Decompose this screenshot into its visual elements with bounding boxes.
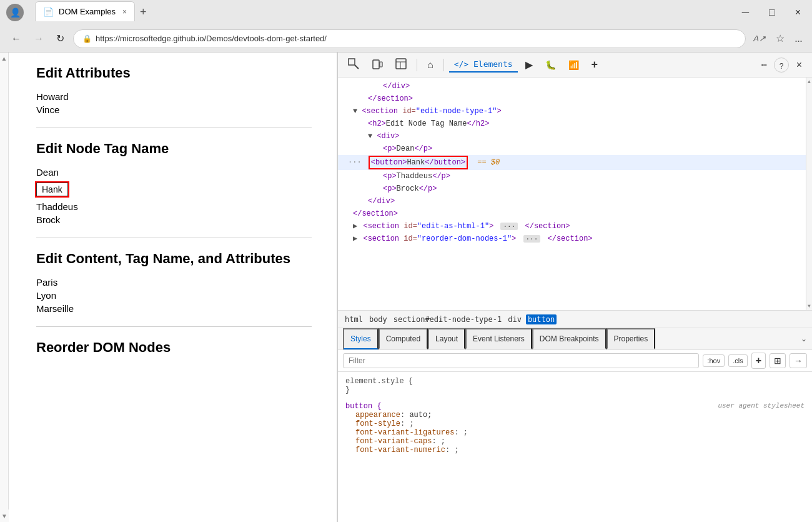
tab-elements[interactable]: </> Elements bbox=[449, 57, 518, 73]
equals-sign: == $0 bbox=[477, 158, 500, 167]
tab-styles[interactable]: Styles bbox=[343, 328, 379, 349]
add-style-button[interactable]: + bbox=[751, 353, 766, 369]
inspect-element-button[interactable] bbox=[343, 54, 364, 76]
active-tab[interactable]: 📄 DOM Examples × bbox=[35, 1, 135, 21]
section-title-1: Edit Attributes bbox=[36, 65, 312, 81]
breadcrumb-bar: html body section#edit-node-type-1 div b… bbox=[338, 311, 812, 328]
tab-debug[interactable]: 🐛 bbox=[540, 56, 561, 74]
more-options-button[interactable]: ... bbox=[792, 29, 805, 48]
dom-attr-name: id= bbox=[402, 107, 416, 116]
devtools-more-button[interactable]: ··· bbox=[756, 54, 771, 75]
style-rule-button: button { user agent stylesheet appearanc… bbox=[345, 402, 805, 454]
tab-computed[interactable]: Computed bbox=[379, 328, 428, 349]
section-reorder: Reorder DOM Nodes bbox=[36, 339, 312, 356]
toggle-button[interactable]: ⊞ bbox=[770, 353, 786, 368]
scroll-down-arrow[interactable]: ▼ bbox=[1, 513, 7, 519]
prop-name: font-style bbox=[355, 419, 400, 428]
cls-button[interactable]: .cls bbox=[728, 354, 748, 367]
dom-tree-scrollbar[interactable]: ▲ ▼ bbox=[806, 78, 812, 310]
scroll-bar-left: ▲ bbox=[0, 53, 9, 522]
read-aloud-button[interactable]: A↗ bbox=[751, 31, 768, 46]
page-sections: Edit Attributes Howard Vince Edit Node T… bbox=[36, 65, 312, 356]
list-item: Brock bbox=[36, 214, 312, 225]
dom-line: ▶ <section id="edit-as-html-1"> ··· </se… bbox=[338, 220, 812, 233]
svg-rect-0 bbox=[349, 59, 355, 65]
address-input[interactable]: 🔒 https://microsoftedge.github.io/Demos/… bbox=[73, 29, 746, 48]
scroll-up-arrow[interactable]: ▲ bbox=[1, 55, 7, 62]
tab-properties[interactable]: Properties bbox=[607, 328, 656, 349]
dom-tag: <div> bbox=[377, 132, 399, 141]
scroll-up[interactable]: ▲ bbox=[806, 78, 812, 84]
favorites-button[interactable]: ☆ bbox=[773, 30, 787, 47]
devtools-close-button[interactable]: × bbox=[791, 56, 807, 74]
style-prop-fontvarcaps: font-variant-caps: ; bbox=[345, 437, 805, 446]
style-close: } bbox=[345, 386, 805, 394]
dom-line-selected[interactable]: ··· <button>Hank</button> == $0 bbox=[338, 155, 812, 170]
dom-attr-value: "edit-node-type-1" bbox=[416, 107, 497, 116]
dom-line: <h2>Edit Node Tag Name</h2> bbox=[338, 118, 812, 130]
styles-content: element.style { } button { user agent st… bbox=[338, 372, 812, 522]
tab-layout[interactable]: Layout bbox=[428, 328, 465, 349]
breadcrumb-button[interactable]: button bbox=[526, 314, 557, 324]
back-button[interactable]: ← bbox=[7, 31, 25, 47]
home-button[interactable]: ⌂ bbox=[422, 56, 438, 74]
browser-window: 👤 📄 DOM Examples × + ─ □ × ← → ↻ 🔒 https… bbox=[0, 0, 812, 53]
tab-console[interactable]: ▶ bbox=[520, 55, 538, 74]
section-edit-content: Edit Content, Tag Name, and Attributes P… bbox=[36, 251, 312, 314]
prop-name: appearance bbox=[355, 411, 400, 419]
breadcrumb-div[interactable]: div bbox=[506, 314, 523, 324]
dom-line: </section> bbox=[338, 208, 812, 220]
add-tool-button[interactable]: + bbox=[587, 54, 603, 75]
collapsed-indicator[interactable]: ··· bbox=[500, 223, 518, 230]
hank-button[interactable]: Hank bbox=[36, 183, 68, 196]
minimize-button[interactable]: ─ bbox=[737, 4, 754, 21]
refresh-button[interactable]: ↻ bbox=[52, 30, 68, 47]
styles-tab-more[interactable]: ⌄ bbox=[801, 328, 807, 349]
dom-tag: </div> bbox=[383, 82, 410, 91]
toolbar-separator-2 bbox=[443, 59, 444, 71]
collapsed-indicator[interactable]: ··· bbox=[523, 235, 541, 243]
prop-name: font-variant-numeric bbox=[355, 446, 445, 454]
divider-2 bbox=[36, 238, 312, 238]
dom-tree[interactable]: </div> </section> ▼ <section id="edit-no… bbox=[338, 78, 812, 311]
new-tab-button[interactable]: + bbox=[135, 3, 152, 21]
style-prop-fontvarnum: font-variant-numeric: ; bbox=[345, 446, 805, 454]
list-item: Marseille bbox=[36, 303, 312, 314]
device-emulation-button[interactable] bbox=[367, 54, 388, 76]
close-window-button[interactable]: × bbox=[790, 4, 806, 21]
dom-tag: <h2> bbox=[368, 119, 386, 128]
dom-line: </section> bbox=[338, 93, 812, 105]
maximize-button[interactable]: □ bbox=[764, 4, 780, 21]
svg-rect-3 bbox=[380, 62, 382, 67]
dom-tag-button-close: </button> bbox=[425, 158, 465, 167]
scroll-down-arrow-container: ▼ bbox=[0, 509, 9, 522]
list-item: Paris bbox=[36, 277, 312, 288]
tab-event-listeners[interactable]: Event Listeners bbox=[465, 328, 532, 349]
style-rule-element: element.style { } bbox=[345, 377, 805, 394]
style-selector: element.style { bbox=[345, 377, 805, 386]
layout-button[interactable] bbox=[390, 54, 412, 76]
breadcrumb-html[interactable]: html bbox=[343, 314, 365, 324]
svg-rect-2 bbox=[373, 60, 379, 69]
style-prop-fontvarligatures: font-variant-ligatures: ; bbox=[345, 428, 805, 437]
breadcrumb-body[interactable]: body bbox=[367, 314, 389, 324]
svg-line-1 bbox=[355, 65, 359, 69]
style-prop-fontstyle: font-style: ; bbox=[345, 419, 805, 428]
dom-tag: <p> bbox=[383, 172, 397, 181]
tab-close-btn[interactable]: × bbox=[122, 8, 127, 16]
styles-filter-input[interactable] bbox=[343, 353, 699, 368]
arrow-button[interactable]: → bbox=[790, 353, 807, 368]
prop-name: font-variant-ligatures bbox=[355, 428, 454, 437]
tab-dom-breakpoints[interactable]: DOM Breakpoints bbox=[532, 328, 607, 349]
scroll-down[interactable]: ▼ bbox=[806, 303, 812, 310]
tab-network[interactable]: 📶 bbox=[563, 56, 584, 74]
devtools-help-button[interactable]: ? bbox=[774, 58, 789, 73]
dom-tag: </section> bbox=[368, 94, 413, 103]
dom-tag: <p> bbox=[383, 184, 397, 193]
style-source: user agent stylesheet bbox=[718, 402, 805, 411]
breadcrumb-section[interactable]: section#edit-node-type-1 bbox=[392, 314, 503, 324]
devtools-panel: ⌂ </> Elements ▶ 🐛 📶 + ··· ? × </div> </… bbox=[337, 53, 812, 522]
dom-line: <p>Brock</p> bbox=[338, 183, 812, 195]
hov-button[interactable]: :hov bbox=[703, 354, 725, 367]
selected-element-box: <button>Hank</button> bbox=[369, 156, 468, 169]
